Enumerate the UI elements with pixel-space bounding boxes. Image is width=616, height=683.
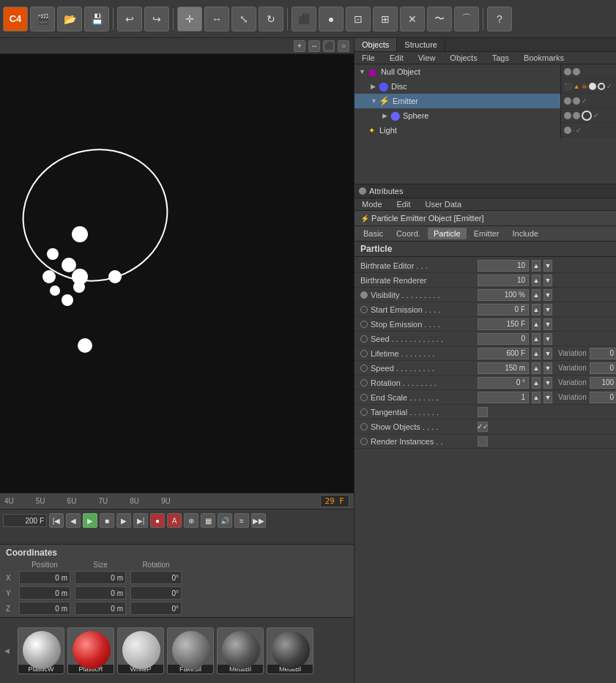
tab-structure[interactable]: Structure xyxy=(397,38,445,51)
attr-menu-edit[interactable]: Edit xyxy=(393,198,415,210)
lifetime-up[interactable]: ▲ xyxy=(532,348,541,359)
rotation-down[interactable]: ▼ xyxy=(543,377,552,389)
render-instances-radio[interactable] xyxy=(360,438,368,445)
lifetime-down[interactable]: ▼ xyxy=(543,348,552,359)
material-plastic-r[interactable]: PlasticR xyxy=(67,627,114,674)
vp-btn2[interactable]: ↔ xyxy=(308,40,320,52)
material-metalb1[interactable]: MetalBl xyxy=(217,627,264,674)
birthrate-editor-input[interactable] xyxy=(478,260,529,272)
birthrate-renderer-input[interactable] xyxy=(478,275,529,286)
vp-btn4[interactable]: ○ xyxy=(338,40,349,52)
deform-btn[interactable]: ⌒ xyxy=(454,7,479,31)
end-scale-input[interactable] xyxy=(478,392,529,403)
birthrate-editor-up[interactable]: ▲ xyxy=(532,260,541,272)
end-scale-up[interactable]: ▲ xyxy=(532,392,541,403)
cube-btn[interactable]: ⬛ xyxy=(292,7,316,31)
stop-btn[interactable]: ■ xyxy=(100,513,114,528)
menu-view[interactable]: View xyxy=(414,52,440,64)
material-whitep[interactable]: WhiteP xyxy=(117,627,164,674)
save-btn[interactable]: 💾 xyxy=(84,7,109,31)
tab-basic[interactable]: Basic xyxy=(357,228,389,239)
sphere-btn[interactable]: ● xyxy=(319,7,344,31)
speed-up[interactable]: ▲ xyxy=(532,362,541,374)
spline-btn[interactable]: 〜 xyxy=(427,7,452,31)
speed-radio[interactable] xyxy=(360,365,368,372)
menu-objects[interactable]: Objects xyxy=(445,52,481,64)
end-scale-down[interactable]: ▼ xyxy=(543,392,552,403)
new-btn[interactable]: 🎬 xyxy=(30,7,55,31)
auto-key-btn[interactable]: A xyxy=(167,513,182,528)
timeline-extra5[interactable]: ▶▶ xyxy=(251,513,266,528)
stop-emission-input[interactable] xyxy=(478,318,529,330)
scale-btn[interactable]: ⤡ xyxy=(231,7,256,31)
disc-expand-arrow[interactable]: ▶ xyxy=(371,83,376,90)
show-objects-radio[interactable] xyxy=(360,423,368,430)
prev-frame-btn[interactable]: ◀ xyxy=(66,513,81,528)
play-btn[interactable]: ▶ xyxy=(83,513,97,528)
menu-file[interactable]: File xyxy=(357,52,379,64)
position-y-input[interactable] xyxy=(19,586,70,600)
end-scale-variation-input[interactable] xyxy=(590,392,616,403)
obj-row-light[interactable]: ▶ ✦ Light xyxy=(355,123,560,138)
seed-radio[interactable] xyxy=(360,335,368,343)
array-btn[interactable]: ⊞ xyxy=(373,7,398,31)
tangential-radio[interactable] xyxy=(360,408,368,416)
rotation-variation-input[interactable] xyxy=(590,377,616,389)
rotation-up[interactable]: ▲ xyxy=(532,377,541,389)
bool-btn[interactable]: ✕ xyxy=(400,7,425,31)
tab-include[interactable]: Include xyxy=(506,228,543,239)
size-z-input[interactable] xyxy=(75,602,126,615)
total-frames-input[interactable] xyxy=(3,514,47,527)
redo-btn[interactable]: ↪ xyxy=(144,7,169,31)
rotation-b-input[interactable] xyxy=(130,602,182,615)
obj-row-disc[interactable]: ▶ ⬤ Disc xyxy=(355,79,560,94)
attr-menu-userdata[interactable]: User Data xyxy=(421,198,467,210)
timeline-extra2[interactable]: ▦ xyxy=(201,513,215,528)
menu-tags[interactable]: Tags xyxy=(488,52,513,64)
menu-edit[interactable]: Edit xyxy=(385,52,408,64)
cylinder-btn[interactable]: ⊡ xyxy=(346,7,371,31)
tab-objects[interactable]: Objects xyxy=(355,38,397,51)
birthrate-editor-down[interactable]: ▼ xyxy=(543,260,552,272)
next-frame-btn[interactable]: ▶ xyxy=(116,513,131,528)
menu-bookmarks[interactable]: Bookmarks xyxy=(519,52,568,64)
rotation-radio[interactable] xyxy=(360,379,368,387)
start-emission-up[interactable]: ▲ xyxy=(532,304,541,316)
tab-coord[interactable]: Coord. xyxy=(390,228,426,239)
record-btn[interactable]: ● xyxy=(150,513,165,528)
lifetime-variation-input[interactable] xyxy=(590,348,616,359)
tab-emitter[interactable]: Emitter xyxy=(468,228,505,239)
size-y-input[interactable] xyxy=(75,586,126,600)
stop-emission-radio[interactable] xyxy=(360,321,368,328)
rotation-p-input[interactable] xyxy=(130,586,182,600)
speed-down[interactable]: ▼ xyxy=(543,362,552,374)
stop-emission-up[interactable]: ▲ xyxy=(532,318,541,330)
move-btn[interactable]: ↔ xyxy=(204,7,229,31)
vp-btn3[interactable]: ⬛ xyxy=(323,40,335,52)
lifetime-radio[interactable] xyxy=(360,350,368,357)
speed-input[interactable] xyxy=(478,362,529,374)
rotation-input[interactable] xyxy=(478,377,529,389)
end-scale-radio[interactable] xyxy=(360,394,368,401)
start-emission-radio[interactable] xyxy=(360,306,368,313)
speed-variation-input[interactable] xyxy=(590,362,616,374)
emitter-expand-arrow[interactable]: ▼ xyxy=(371,97,377,105)
visibility-up[interactable]: ▲ xyxy=(532,289,541,301)
show-objects-checkbox[interactable]: ✓ xyxy=(478,422,488,432)
lifetime-input[interactable] xyxy=(478,348,529,359)
material-fakes[interactable]: FakeSil xyxy=(167,627,214,674)
position-x-input[interactable] xyxy=(19,571,70,584)
visibility-input[interactable] xyxy=(478,289,529,301)
attr-menu-mode[interactable]: Mode xyxy=(357,198,387,210)
undo-btn[interactable]: ↩ xyxy=(117,7,142,31)
timeline-extra1[interactable]: ⊕ xyxy=(184,513,198,528)
open-btn[interactable]: 📂 xyxy=(57,7,82,31)
seed-input[interactable] xyxy=(478,333,529,345)
seed-down[interactable]: ▼ xyxy=(543,333,552,345)
help-btn[interactable]: ? xyxy=(487,7,512,31)
viewport-canvas[interactable] xyxy=(0,54,354,493)
tab-particle[interactable]: Particle xyxy=(428,228,467,239)
start-emission-down[interactable]: ▼ xyxy=(543,304,552,316)
tangential-checkbox[interactable] xyxy=(478,407,488,417)
goto-end-btn[interactable]: ▶| xyxy=(133,513,148,528)
